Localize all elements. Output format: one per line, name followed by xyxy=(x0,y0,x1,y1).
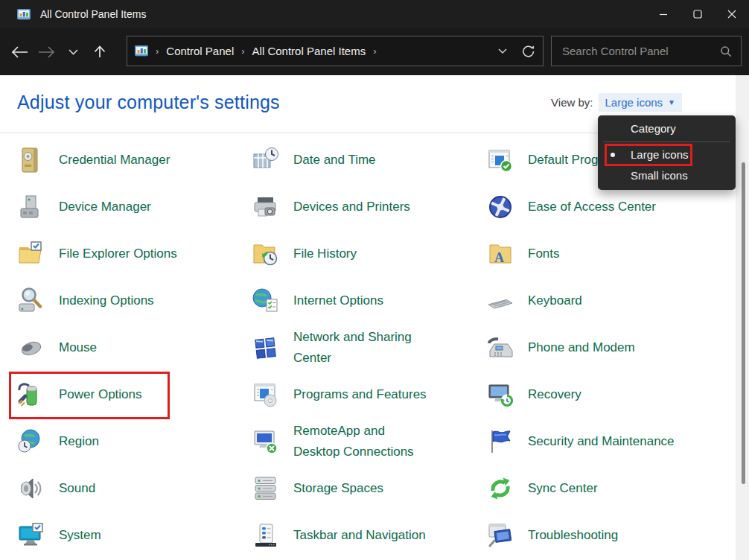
remoteapp-and-desktop-connections-icon xyxy=(251,427,281,456)
cp-item-label: Power Options xyxy=(59,384,142,405)
mouse-icon xyxy=(16,333,46,363)
date-and-time-icon xyxy=(251,145,281,175)
search-input[interactable] xyxy=(561,44,720,58)
cp-item-file-explorer-options[interactable]: File Explorer Options xyxy=(16,230,251,277)
up-button[interactable] xyxy=(86,37,113,67)
file-history-icon xyxy=(251,239,281,269)
maximize-button[interactable] xyxy=(681,0,715,28)
cp-item-mouse[interactable]: Mouse xyxy=(16,324,251,371)
cp-item-network-and-sharing-center[interactable]: Network and Sharing Center xyxy=(251,324,485,371)
power-options-icon xyxy=(16,380,46,410)
cp-item-label: Keyboard xyxy=(528,290,582,311)
ease-of-access-center-icon xyxy=(485,192,515,222)
forward-button[interactable] xyxy=(33,37,60,67)
cp-item-system[interactable]: System xyxy=(16,512,251,559)
cp-item-label: Ease of Access Center xyxy=(528,197,656,217)
cp-item-phone-and-modem[interactable]: Phone and Modem xyxy=(485,324,728,371)
menu-item-small-icons[interactable]: Small icons xyxy=(598,165,736,186)
breadcrumb-segment-all-control-panel-items[interactable]: All Control Panel Items xyxy=(252,45,366,57)
indexing-options-icon xyxy=(16,286,46,316)
region-icon xyxy=(16,427,46,456)
close-button[interactable] xyxy=(715,0,749,28)
breadcrumb-segment-control-panel[interactable]: Control Panel xyxy=(166,45,234,57)
cp-item-sync-center[interactable]: Sync Center xyxy=(485,465,728,512)
default-programs-icon xyxy=(485,145,515,175)
cp-item-recovery[interactable]: Recovery xyxy=(485,371,728,418)
chevron-down-icon: ▼ xyxy=(668,98,675,106)
cp-item-label: Taskbar and Navigation xyxy=(293,525,426,546)
cp-item-label: Phone and Modem xyxy=(528,337,635,358)
cp-item-label: Indexing Options xyxy=(59,290,154,311)
cp-item-fonts[interactable]: A Fonts xyxy=(485,230,728,277)
cp-item-label: Programs and Features xyxy=(293,384,427,405)
network-and-sharing-center-icon xyxy=(251,333,281,363)
fonts-icon: A xyxy=(485,239,515,269)
address-bar[interactable]: › Control Panel › All Control Panel Item… xyxy=(127,36,544,66)
back-button[interactable] xyxy=(6,37,33,67)
cp-item-label: Credential Manager xyxy=(59,150,170,171)
page-title: Adjust your computer's settings xyxy=(17,92,280,113)
cp-item-label: Device Manager xyxy=(59,197,151,217)
cp-item-power-options[interactable]: Power Options xyxy=(16,371,251,418)
menu-item-large-icons[interactable]: Large icons xyxy=(598,144,736,165)
view-by-menu: Category Large icons Small icons xyxy=(598,115,736,190)
internet-options-icon xyxy=(251,286,281,316)
cp-item-credential-manager[interactable]: Credential Manager xyxy=(16,136,251,183)
cp-item-remoteapp-and-desktop-connections[interactable]: RemoteApp and Desktop Connections xyxy=(251,418,485,465)
recent-pages-chevron-icon[interactable] xyxy=(60,37,86,67)
cp-item-ease-of-access-center[interactable]: Ease of Access Center xyxy=(485,183,728,230)
cp-item-file-history[interactable]: File History xyxy=(251,230,485,277)
cp-item-label: File History xyxy=(293,244,357,264)
cp-item-keyboard[interactable]: Keyboard xyxy=(485,277,728,324)
sync-center-icon xyxy=(485,474,515,503)
selected-bullet-icon xyxy=(611,153,615,157)
scrollbar-thumb[interactable] xyxy=(742,162,745,484)
breadcrumb-chevron-icon: › xyxy=(241,45,244,57)
cp-item-device-manager[interactable]: Device Manager xyxy=(16,183,251,230)
recovery-icon xyxy=(485,380,515,410)
menu-item-label: Small icons xyxy=(631,169,688,182)
cp-item-label: Date and Time xyxy=(293,150,376,171)
cp-item-sound[interactable]: Sound xyxy=(16,465,251,512)
menu-item-category[interactable]: Category xyxy=(598,118,736,139)
cp-item-indexing-options[interactable]: Indexing Options xyxy=(16,277,251,324)
device-manager-icon xyxy=(16,192,46,222)
breadcrumb-root-icon xyxy=(135,45,148,57)
scrollbar-track[interactable] xyxy=(736,75,749,560)
cp-item-troubleshooting[interactable]: Troubleshooting xyxy=(485,512,728,559)
search-icon[interactable] xyxy=(720,45,732,57)
view-by-dropdown-button[interactable]: Large icons ▼ xyxy=(599,93,682,112)
cp-item-internet-options[interactable]: Internet Options xyxy=(251,277,485,324)
minimize-button[interactable] xyxy=(646,0,681,28)
navigation-toolbar: › Control Panel › All Control Panel Item… xyxy=(0,28,749,75)
cp-item-storage-spaces[interactable]: Storage Spaces xyxy=(251,465,485,512)
cp-item-taskbar-and-navigation[interactable]: Taskbar and Navigation xyxy=(251,512,485,559)
cp-item-security-and-maintenance[interactable]: Security and Maintenance xyxy=(485,418,728,465)
keyboard-icon xyxy=(485,286,515,316)
search-box[interactable] xyxy=(551,36,742,66)
troubleshooting-icon xyxy=(485,521,515,550)
cp-item-label: Sound xyxy=(59,478,95,499)
menu-item-label: Category xyxy=(631,122,676,135)
breadcrumb-chevron-icon: › xyxy=(373,45,376,57)
address-dropdown-chevron-icon[interactable] xyxy=(498,48,507,54)
devices-and-printers-icon xyxy=(251,192,281,222)
cp-item-region[interactable]: Region xyxy=(16,418,251,465)
storage-spaces-icon xyxy=(251,474,281,503)
system-icon xyxy=(16,521,46,550)
view-by-value: Large icons xyxy=(605,96,663,109)
control-panel-app-icon xyxy=(17,9,31,20)
sound-icon xyxy=(16,474,46,503)
cp-item-label: Devices and Printers xyxy=(293,197,410,217)
cp-item-label: Recovery xyxy=(528,384,581,405)
cp-item-label: Storage Spaces xyxy=(293,478,383,499)
refresh-icon[interactable] xyxy=(522,45,535,58)
svg-text:A: A xyxy=(494,250,504,265)
cp-item-date-and-time[interactable]: Date and Time xyxy=(251,136,485,183)
cp-item-devices-and-printers[interactable]: Devices and Printers xyxy=(251,183,485,230)
cp-item-programs-and-features[interactable]: Programs and Features xyxy=(251,371,485,418)
menu-separator xyxy=(603,141,730,142)
cp-item-label: System xyxy=(59,525,101,546)
phone-and-modem-icon xyxy=(485,333,515,363)
cp-item-label: Region xyxy=(59,431,99,452)
